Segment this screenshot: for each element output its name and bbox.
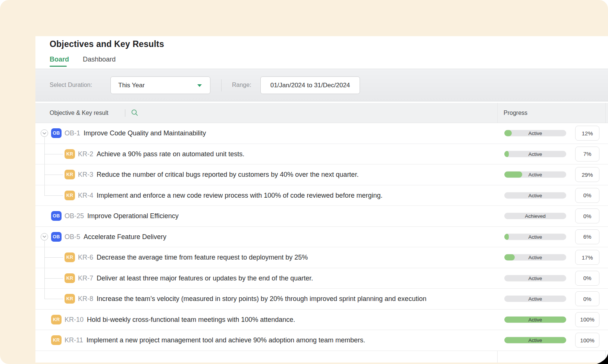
kr-badge: KR bbox=[65, 294, 75, 304]
row-title: Deliver at least three major features or… bbox=[97, 274, 313, 282]
tab-dashboard[interactable]: Dashboard bbox=[83, 56, 116, 63]
progress-percent-box: 17% bbox=[575, 250, 599, 265]
column-header-progress: Progress bbox=[504, 110, 527, 116]
row-text: OB-5 Accelerate Feature Delivery bbox=[65, 233, 166, 241]
tree-line-vertical bbox=[44, 185, 45, 196]
range-value: 01/Jan/2024 to 31/Dec/2024 bbox=[270, 82, 350, 89]
row-title: Implement and enforce a new code review … bbox=[97, 191, 382, 199]
progress-status-label: Active bbox=[504, 275, 566, 281]
collapse-chevron-icon[interactable] bbox=[41, 233, 48, 241]
row-title: Increase the team’s velocity (measured i… bbox=[97, 295, 426, 303]
row-id: KR-10 bbox=[65, 316, 84, 323]
tree-line-horizontal bbox=[44, 278, 63, 279]
tree-line-horizontal bbox=[44, 154, 63, 154]
table-row[interactable]: OB OB-5 Accelerate Feature Delivery Acti… bbox=[35, 227, 608, 248]
table-row[interactable]: KR KR-4 Implement and enforce a new code… bbox=[35, 185, 608, 206]
row-text: KR-3 Reduce the number of critical bugs … bbox=[78, 171, 358, 179]
tree-line-horizontal bbox=[44, 195, 63, 196]
row-text: OB-1 Improve Code Quality and Maintainab… bbox=[65, 129, 206, 137]
table-row[interactable]: OB OB-25 Improve Operational Efficiency … bbox=[35, 206, 608, 227]
row-title: Implement a new project management tool … bbox=[87, 336, 365, 344]
range-picker[interactable]: 01/Jan/2024 to 31/Dec/2024 bbox=[260, 76, 360, 94]
caret-down-icon bbox=[197, 84, 202, 87]
table-row[interactable]: KR KR-11 Implement a new project managem… bbox=[35, 330, 608, 351]
row-id: OB-1 bbox=[65, 129, 80, 137]
page-title: Objectives and Key Results bbox=[50, 39, 164, 49]
progress-percent-box: 0% bbox=[575, 271, 599, 286]
search-icon[interactable] bbox=[131, 109, 138, 116]
progress-percent-box: 100% bbox=[575, 333, 599, 348]
row-id: KR-6 bbox=[78, 254, 93, 261]
progress-status-label: Active bbox=[504, 296, 566, 302]
ob-badge: OB bbox=[51, 232, 62, 242]
ob-badge: OB bbox=[51, 211, 62, 221]
duration-value: This Year bbox=[118, 82, 145, 89]
row-title: Improve Operational Efficiency bbox=[87, 212, 179, 220]
row-text: KR-6 Decrease the average time from feat… bbox=[78, 254, 308, 261]
row-id: KR-4 bbox=[78, 191, 93, 199]
collapse-chevron-icon[interactable] bbox=[41, 129, 48, 137]
progress-status-label: Active bbox=[504, 234, 566, 240]
progress-status-label: Achieved bbox=[504, 213, 566, 219]
row-id: KR-11 bbox=[65, 336, 83, 344]
duration-dropdown[interactable]: This Year bbox=[110, 76, 210, 94]
progress-status-label: Active bbox=[504, 254, 566, 260]
row-title: Decrease the average time from feature r… bbox=[97, 254, 308, 261]
row-title: Achieve a 90% pass rate on automated uni… bbox=[97, 150, 244, 158]
tab-board[interactable]: Board bbox=[50, 56, 69, 63]
row-text: KR-4 Implement and enforce a new code re… bbox=[78, 191, 382, 199]
progress-status-label: Active bbox=[504, 130, 566, 136]
table-row[interactable]: KR KR-7 Deliver at least three major fea… bbox=[35, 268, 608, 289]
row-text: KR-10 Hold bi-weekly cross-functional te… bbox=[65, 316, 295, 323]
table-row[interactable]: KR KR-3 Reduce the number of critical bu… bbox=[35, 164, 608, 185]
kr-badge: KR bbox=[65, 273, 75, 283]
row-title: Improve Code Quality and Maintainability bbox=[84, 129, 206, 137]
okr-table-body: OB OB-1 Improve Code Quality and Maintai… bbox=[35, 123, 608, 351]
okr-app-window: Objectives and Key Results Board Dashboa… bbox=[35, 36, 608, 363]
tree-line-horizontal bbox=[44, 257, 63, 258]
kr-badge: KR bbox=[65, 149, 75, 159]
progress-status-label: Active bbox=[504, 151, 566, 157]
kr-badge: KR bbox=[51, 315, 62, 324]
filter-bar: Select Duration: This Year Range: 01/Jan… bbox=[35, 69, 608, 101]
progress-status-label: Active bbox=[504, 317, 566, 323]
row-id: KR-3 bbox=[78, 171, 93, 179]
progress-percent-box: 6% bbox=[575, 229, 599, 244]
table-row[interactable]: KR KR-10 Hold bi-weekly cross-functional… bbox=[35, 310, 608, 330]
tree-line-stub bbox=[44, 241, 45, 247]
tree-line-horizontal bbox=[44, 175, 63, 175]
duration-label: Select Duration: bbox=[50, 82, 92, 88]
row-title: Hold bi-weekly cross-functional team mee… bbox=[87, 316, 295, 323]
progress-percent-box: 29% bbox=[575, 167, 599, 182]
table-header: Objective & Key result Progress bbox=[35, 103, 608, 123]
tree-line-vertical bbox=[44, 289, 45, 299]
active-tab-indicator bbox=[50, 66, 67, 67]
row-id: KR-7 bbox=[78, 274, 93, 282]
table-row[interactable]: KR KR-2 Achieve a 90% pass rate on autom… bbox=[35, 144, 608, 165]
range-label: Range: bbox=[232, 82, 251, 88]
mouse-cursor bbox=[597, 354, 608, 364]
row-id: OB-25 bbox=[65, 212, 84, 220]
kr-badge: KR bbox=[65, 191, 75, 200]
progress-percent-box: 100% bbox=[575, 312, 599, 327]
progress-percent-box: 0% bbox=[575, 208, 599, 223]
column-header-objective: Objective & Key result bbox=[50, 110, 108, 116]
table-row[interactable]: OB OB-1 Improve Code Quality and Maintai… bbox=[35, 123, 608, 144]
row-id: OB-5 bbox=[65, 233, 80, 241]
tree-line-horizontal bbox=[44, 299, 63, 299]
table-row[interactable]: KR KR-6 Decrease the average time from f… bbox=[35, 247, 608, 268]
row-text: KR-8 Increase the team’s velocity (measu… bbox=[78, 295, 426, 303]
progress-percent-box: 0% bbox=[575, 291, 599, 306]
progress-status-label: Active bbox=[504, 192, 566, 198]
row-title: Reduce the number of critical bugs repor… bbox=[97, 171, 358, 179]
row-text: KR-2 Achieve a 90% pass rate on automate… bbox=[78, 150, 244, 158]
progress-percent-box: 12% bbox=[575, 126, 599, 141]
row-id: KR-2 bbox=[78, 150, 93, 158]
row-id: KR-8 bbox=[78, 295, 93, 303]
row-text: KR-11 Implement a new project management… bbox=[65, 336, 365, 344]
tree-line-stub bbox=[44, 137, 45, 143]
progress-status-label: Active bbox=[504, 337, 566, 343]
table-row[interactable]: KR KR-8 Increase the team’s velocity (me… bbox=[35, 289, 608, 310]
kr-badge: KR bbox=[51, 335, 62, 345]
kr-badge: KR bbox=[65, 252, 75, 262]
